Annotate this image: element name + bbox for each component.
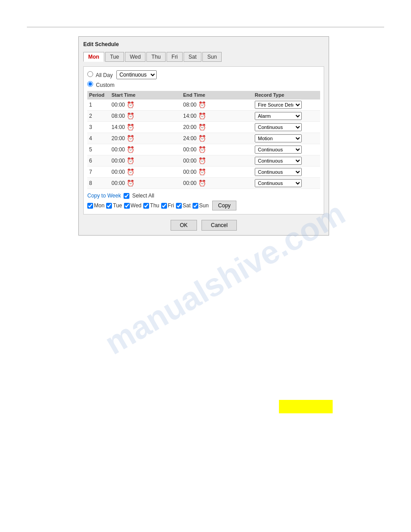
table-row: 700:00⏰00:00⏰Fire Source DetectAlarmCont… — [87, 167, 320, 178]
tab-tue[interactable]: Tue — [105, 52, 124, 62]
end-time-icon[interactable]: ⏰ — [198, 168, 206, 176]
end-time-cell: 08:00⏰ — [183, 101, 255, 108]
end-time-icon[interactable]: ⏰ — [198, 157, 206, 164]
start-time-icon[interactable]: ⏰ — [127, 101, 134, 108]
end-time-icon[interactable]: ⏰ — [198, 124, 206, 131]
start-time-icon[interactable]: ⏰ — [127, 135, 134, 142]
table-row: 500:00⏰00:00⏰Fire Source DetectAlarmCont… — [87, 144, 320, 155]
edit-schedule-dialog: Edit Schedule Mon Tue Wed Thu Fri Sat Su… — [78, 36, 329, 236]
start-time-cell: 00:00⏰ — [111, 168, 183, 176]
end-time-cell: 00:00⏰ — [183, 180, 255, 187]
record-type-select[interactable]: Fire Source DetectAlarmContinuousMotion … — [255, 179, 302, 187]
record-type-select[interactable]: Fire Source DetectAlarmContinuousMotion … — [255, 123, 302, 131]
start-time-value: 00:00 — [111, 158, 125, 164]
start-time-cell: 14:00⏰ — [111, 124, 183, 131]
end-time-icon[interactable]: ⏰ — [198, 112, 206, 120]
end-time-value: 24:00 — [183, 135, 197, 142]
header-end: End Time — [183, 92, 255, 98]
start-time-cell: 08:00⏰ — [111, 112, 183, 120]
copy-button[interactable]: Copy — [212, 201, 236, 210]
allday-row: All Day Continuous Motion Alarm Motion |… — [87, 70, 320, 79]
start-time-icon[interactable]: ⏰ — [127, 146, 134, 153]
period-cell: 7 — [89, 169, 111, 175]
start-time-cell: 00:00⏰ — [111, 146, 183, 153]
end-time-icon[interactable]: ⏰ — [198, 101, 206, 108]
period-cell: 3 — [89, 124, 111, 130]
table-header: Period Start Time End Time Record Type — [87, 91, 320, 99]
tab-fri[interactable]: Fri — [167, 52, 183, 62]
start-time-cell: 00:00⏰ — [111, 180, 183, 187]
ok-button[interactable]: OK — [171, 220, 197, 231]
end-time-icon[interactable]: ⏰ — [198, 146, 206, 153]
allday-select[interactable]: Continuous Motion Alarm Motion | Alarm F… — [116, 70, 157, 79]
checkbox-sun[interactable]: Sun — [193, 202, 209, 209]
checkbox-mon[interactable]: Mon — [87, 202, 104, 209]
start-time-value: 08:00 — [111, 113, 125, 119]
start-time-icon[interactable]: ⏰ — [127, 168, 134, 176]
allday-text: All Day — [96, 72, 113, 78]
record-type-cell: Fire Source DetectAlarmContinuousMotion … — [255, 123, 318, 131]
end-time-icon[interactable]: ⏰ — [198, 180, 206, 187]
checkbox-tue[interactable]: Tue — [106, 202, 122, 209]
end-time-icon[interactable]: ⏰ — [198, 135, 206, 142]
dialog-footer: OK Cancel — [83, 220, 324, 231]
period-cell: 4 — [89, 135, 111, 142]
start-time-value: 00:00 — [111, 102, 125, 108]
table-row: 420:00⏰24:00⏰Fire Source DetectAlarmCont… — [87, 133, 320, 144]
table-row: 100:00⏰08:00⏰Fire Source DetectAlarmCont… — [87, 99, 320, 111]
tab-thu[interactable]: Thu — [146, 52, 166, 62]
checkbox-thu[interactable]: Thu — [143, 202, 159, 209]
end-time-value: 00:00 — [183, 180, 197, 186]
start-time-icon[interactable]: ⏰ — [127, 124, 134, 131]
record-type-select[interactable]: Fire Source DetectAlarmContinuousMotion … — [255, 157, 302, 165]
checkbox-fri[interactable]: Fri — [161, 202, 174, 209]
start-time-cell: 20:00⏰ — [111, 135, 183, 142]
copy-to-week-link[interactable]: Copy to Week — [87, 193, 121, 199]
start-time-icon[interactable]: ⏰ — [127, 180, 134, 187]
checkbox-wed[interactable]: Wed — [124, 202, 141, 209]
end-time-value: 20:00 — [183, 124, 197, 130]
tab-sat[interactable]: Sat — [184, 52, 201, 62]
record-type-select[interactable]: Fire Source DetectAlarmContinuousMotion … — [255, 168, 302, 176]
checkbox-sat[interactable]: Sat — [176, 202, 191, 209]
start-time-icon[interactable]: ⏰ — [127, 112, 134, 120]
header-record: Record Type — [255, 92, 318, 98]
select-all-label: Select All — [132, 193, 154, 199]
end-time-cell: 00:00⏰ — [183, 146, 255, 153]
end-time-cell: 00:00⏰ — [183, 168, 255, 176]
period-cell: 2 — [89, 113, 111, 119]
custom-radio[interactable] — [87, 81, 93, 87]
record-type-select[interactable]: Fire Source DetectAlarmContinuousMotion … — [255, 101, 302, 109]
select-all-checkbox[interactable] — [124, 193, 129, 199]
tab-mon[interactable]: Mon — [83, 52, 104, 62]
start-time-value: 14:00 — [111, 124, 125, 130]
record-type-select[interactable]: Fire Source DetectAlarmContinuousMotion … — [255, 134, 302, 142]
tab-sun[interactable]: Sun — [202, 52, 222, 62]
allday-label[interactable]: All Day — [87, 71, 113, 78]
start-time-value: 20:00 — [111, 135, 125, 142]
tab-bar: Mon Tue Wed Thu Fri Sat Sun — [83, 52, 324, 62]
header-period: Period — [89, 92, 111, 98]
record-type-cell: Fire Source DetectAlarmContinuousMotion … — [255, 101, 318, 109]
record-type-select[interactable]: Fire Source DetectAlarmContinuousMotion … — [255, 112, 302, 120]
header-start: Start Time — [111, 92, 183, 98]
start-time-icon[interactable]: ⏰ — [127, 157, 134, 164]
start-time-cell: 00:00⏰ — [111, 101, 183, 108]
end-time-cell: 14:00⏰ — [183, 112, 255, 120]
end-time-cell: 00:00⏰ — [183, 157, 255, 164]
period-cell: 1 — [89, 102, 111, 108]
allday-radio[interactable] — [87, 71, 93, 77]
record-type-cell: Fire Source DetectAlarmContinuousMotion … — [255, 179, 318, 187]
record-type-cell: Fire Source DetectAlarmContinuousMotion … — [255, 112, 318, 120]
end-time-value: 00:00 — [183, 169, 197, 175]
dialog-wrapper: Edit Schedule Mon Tue Wed Thu Fri Sat Su… — [78, 36, 329, 236]
cancel-button[interactable]: Cancel — [201, 220, 237, 231]
record-type-cell: Fire Source DetectAlarmContinuousMotion … — [255, 157, 318, 165]
custom-label[interactable]: Custom — [87, 81, 115, 88]
start-time-value: 00:00 — [111, 146, 125, 153]
tab-wed[interactable]: Wed — [125, 52, 146, 62]
custom-row: Custom — [87, 81, 320, 88]
record-type-select[interactable]: Fire Source DetectAlarmContinuousMotion … — [255, 146, 302, 154]
record-type-cell: Fire Source DetectAlarmContinuousMotion … — [255, 146, 318, 154]
end-time-value: 08:00 — [183, 102, 197, 108]
